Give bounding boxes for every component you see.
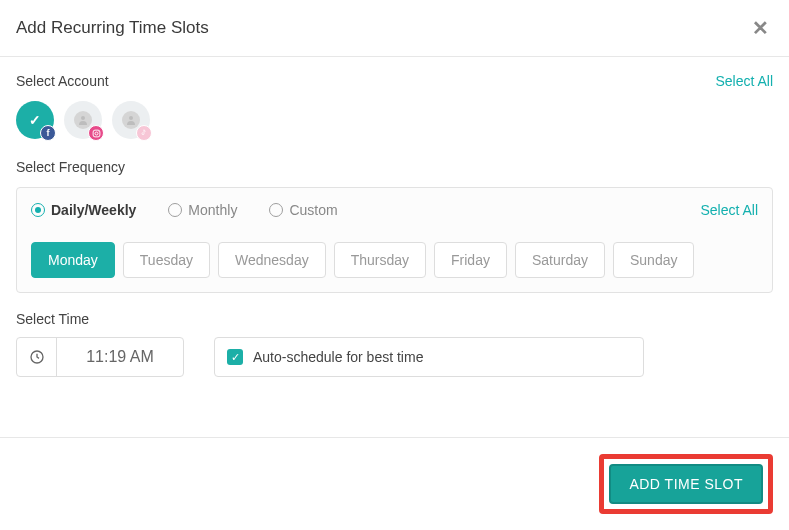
day-saturday[interactable]: Saturday <box>515 242 605 278</box>
frequency-section-header: Select Frequency <box>16 159 773 175</box>
auto-schedule-box: ✓ Auto-schedule for best time <box>214 337 644 377</box>
time-row: 11:19 AM ✓ Auto-schedule for best time <box>16 337 773 377</box>
tiktok-icon <box>136 125 152 141</box>
radio-daily-weekly[interactable]: Daily/Weekly <box>31 202 136 218</box>
modal-header: Add Recurring Time Slots ✕ <box>0 0 789 57</box>
days-row: Monday Tuesday Wednesday Thursday Friday… <box>31 242 758 278</box>
account-instagram[interactable] <box>64 101 102 139</box>
select-all-accounts-link[interactable]: Select All <box>715 73 773 89</box>
radio-icon <box>168 203 182 217</box>
svg-point-2 <box>95 132 98 135</box>
radio-label: Daily/Weekly <box>51 202 136 218</box>
radio-custom[interactable]: Custom <box>269 202 337 218</box>
radio-icon <box>31 203 45 217</box>
svg-point-4 <box>129 116 133 120</box>
select-all-days-link[interactable]: Select All <box>700 202 758 218</box>
account-tiktok[interactable] <box>112 101 150 139</box>
frequency-radio-group: Daily/Weekly Monthly Custom <box>31 202 338 218</box>
modal-title: Add Recurring Time Slots <box>16 18 209 38</box>
auto-schedule-checkbox[interactable]: ✓ <box>227 349 243 365</box>
select-frequency-label: Select Frequency <box>16 159 125 175</box>
time-value: 11:19 AM <box>57 338 183 376</box>
day-friday[interactable]: Friday <box>434 242 507 278</box>
accounts-row: ✓ f <box>16 101 773 139</box>
svg-point-3 <box>98 130 99 131</box>
day-monday[interactable]: Monday <box>31 242 115 278</box>
modal-footer: ADD TIME SLOT <box>0 437 789 530</box>
auto-schedule-label: Auto-schedule for best time <box>253 349 423 365</box>
placeholder-icon <box>122 111 140 129</box>
radio-monthly[interactable]: Monthly <box>168 202 237 218</box>
svg-point-0 <box>81 116 85 120</box>
frequency-top-row: Daily/Weekly Monthly Custom Select All <box>31 202 758 218</box>
radio-label: Custom <box>289 202 337 218</box>
select-time-label: Select Time <box>16 311 773 327</box>
modal-body: Select Account Select All ✓ f Select Fre… <box>0 57 789 393</box>
account-facebook[interactable]: ✓ f <box>16 101 54 139</box>
radio-label: Monthly <box>188 202 237 218</box>
add-time-slot-button[interactable]: ADD TIME SLOT <box>609 464 763 504</box>
day-sunday[interactable]: Sunday <box>613 242 694 278</box>
radio-icon <box>269 203 283 217</box>
frequency-container: Daily/Weekly Monthly Custom Select All M… <box>16 187 773 293</box>
close-icon[interactable]: ✕ <box>748 16 773 40</box>
highlight-box: ADD TIME SLOT <box>599 454 773 514</box>
check-icon: ✓ <box>29 112 41 128</box>
select-account-label: Select Account <box>16 73 109 89</box>
instagram-icon <box>88 125 104 141</box>
facebook-icon: f <box>40 125 56 141</box>
clock-icon <box>17 338 57 376</box>
day-tuesday[interactable]: Tuesday <box>123 242 210 278</box>
time-picker[interactable]: 11:19 AM <box>16 337 184 377</box>
day-wednesday[interactable]: Wednesday <box>218 242 326 278</box>
day-thursday[interactable]: Thursday <box>334 242 426 278</box>
placeholder-icon <box>74 111 92 129</box>
account-section-header: Select Account Select All <box>16 73 773 89</box>
